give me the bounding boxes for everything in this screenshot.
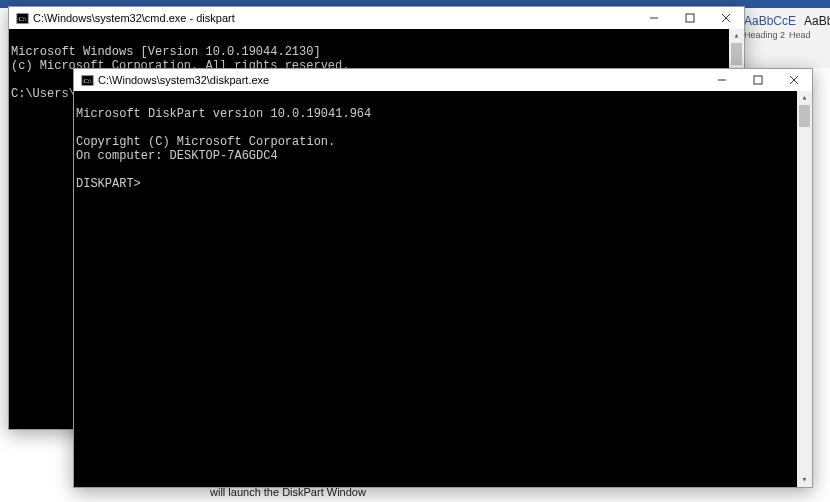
cmd-line-version: Microsoft Windows [Version 10.0.19044.21…: [11, 45, 321, 59]
diskpart-line-copyright: Copyright (C) Microsoft Corporation.: [76, 135, 335, 149]
close-button[interactable]: [708, 7, 744, 29]
cmd-title-text: C:\Windows\system32\cmd.exe - diskpart: [33, 12, 235, 24]
svg-rect-3: [686, 14, 694, 22]
minimize-button[interactable]: [704, 69, 740, 91]
cmd-scrollbar-thumb[interactable]: [731, 43, 742, 65]
diskpart-prompt: DISKPART>: [76, 177, 141, 191]
scroll-up-icon[interactable]: ▴: [729, 29, 744, 43]
diskpart-window-controls: [704, 69, 812, 91]
maximize-button[interactable]: [740, 69, 776, 91]
svg-text:C:\: C:\: [83, 76, 91, 83]
maximize-button[interactable]: [672, 7, 708, 29]
close-button[interactable]: [776, 69, 812, 91]
minimize-button[interactable]: [636, 7, 672, 29]
diskpart-titlebar[interactable]: C:\ C:\Windows\system32\diskpart.exe: [74, 69, 812, 91]
diskpart-terminal-output[interactable]: Microsoft DiskPart version 10.0.19041.96…: [74, 91, 812, 487]
word-styles-panel: AaBbCcE AaBb Heading 2 Head: [740, 8, 830, 68]
diskpart-icon: C:\: [80, 73, 94, 87]
diskpart-window[interactable]: C:\ C:\Windows\system32\diskpart.exe Mic…: [73, 68, 813, 488]
cmd-window-controls: [636, 7, 744, 29]
style-sample-heading[interactable]: AaBb: [804, 14, 830, 28]
diskpart-scrollbar-thumb[interactable]: [799, 105, 810, 127]
scroll-down-icon[interactable]: ▾: [797, 473, 812, 487]
style-sample-heading2[interactable]: AaBbCcE: [744, 14, 796, 28]
diskpart-line-version: Microsoft DiskPart version 10.0.19041.96…: [76, 107, 371, 121]
cmd-titlebar[interactable]: C:\ C:\Windows\system32\cmd.exe - diskpa…: [9, 7, 744, 29]
scroll-up-icon[interactable]: ▴: [797, 91, 812, 105]
cmd-icon: C:\: [15, 11, 29, 25]
diskpart-scrollbar-track[interactable]: ▴ ▾: [797, 91, 812, 487]
svg-rect-9: [754, 76, 762, 84]
style-label-heading: Head: [789, 30, 811, 40]
svg-text:C:\: C:\: [18, 14, 26, 21]
style-label-heading2: Heading 2: [744, 30, 785, 40]
diskpart-title-text: C:\Windows\system32\diskpart.exe: [98, 74, 269, 86]
diskpart-line-computer: On computer: DESKTOP-7A6GDC4: [76, 149, 278, 163]
